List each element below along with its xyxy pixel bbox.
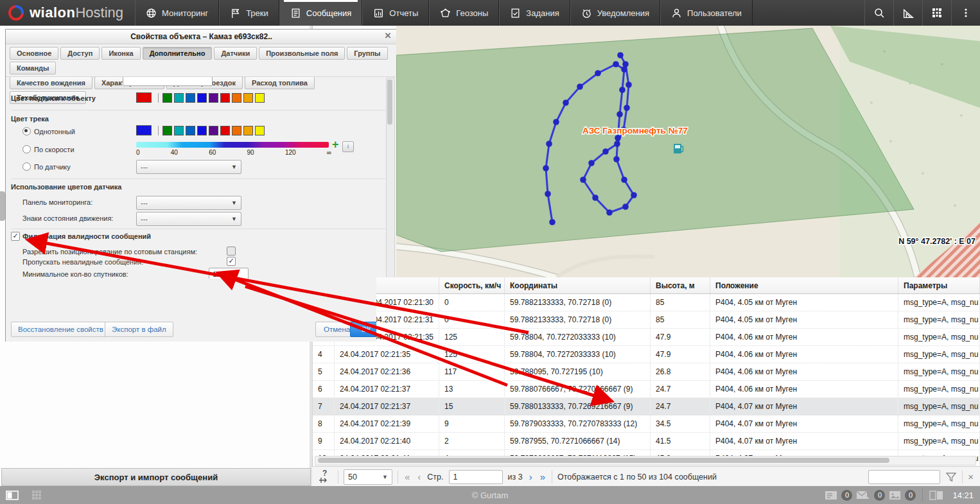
color-swatch[interactable] [209, 126, 218, 135]
panel-collapse-handle[interactable] [0, 191, 5, 221]
color-swatch[interactable] [255, 126, 265, 135]
sensor-select[interactable]: ---▼ [136, 160, 241, 174]
dialog-tab[interactable]: Основное [10, 47, 58, 60]
close-icon[interactable]: ✕ [383, 31, 393, 41]
color-swatch[interactable] [232, 93, 241, 103]
photo-icon[interactable] [889, 491, 901, 500]
dialog-tab[interactable]: Произвольные поля [259, 47, 345, 60]
export-to-file-button[interactable]: Экспорт в файл [105, 322, 173, 337]
bottom-apps-button[interactable] [24, 486, 49, 504]
table-row[interactable]: 6 24.04.2017 02:21:37 13 59.7880766667, … [313, 381, 980, 398]
color-swatch[interactable] [220, 126, 230, 135]
monitoring-panel-select[interactable]: ---▼ [136, 196, 241, 210]
table-row[interactable]: 9 24.04.2017 02:21:40 2 59.787955, 70.72… [313, 433, 980, 450]
col-header-pos[interactable]: Положение [710, 277, 898, 293]
dialog-scrollbar[interactable] [386, 78, 395, 278]
dialog-tab[interactable]: Датчики [214, 47, 257, 60]
add-gradient-stop-button[interactable]: + [332, 140, 339, 149]
nav-tab-notifications[interactable]: Уведомления [570, 0, 660, 26]
nav-tab-reports[interactable]: Отчеты [362, 0, 429, 26]
table-row[interactable]: 2 24.04.2017 02:21:31 0 59.7882133333, 7… [313, 311, 980, 329]
nav-tab-jobs[interactable]: Задания [499, 0, 570, 26]
table-row[interactable]: 1 24.04.2017 02:21:30 0 59.7882133333, 7… [313, 294, 980, 311]
next-page-button[interactable]: › [528, 471, 534, 482]
color-swatch[interactable] [174, 126, 184, 135]
map-view[interactable]: АЗС Газпромнефть №77 N 59° 47.2782' : E … [396, 26, 980, 277]
current-track-color-swatch[interactable] [136, 125, 152, 135]
search-icon [873, 7, 885, 19]
clear-filter-button[interactable]: × [968, 471, 974, 482]
radio-track-mono[interactable] [22, 127, 31, 135]
filter-input[interactable] [868, 470, 940, 484]
col-header-alt[interactable]: Высота, м [651, 277, 710, 293]
speed-gradient-bar[interactable] [136, 142, 329, 148]
dialog-tab[interactable]: Дополнительно [143, 47, 213, 60]
nav-tab-users[interactable]: Пользователи [660, 0, 753, 26]
color-swatch[interactable] [174, 93, 184, 103]
color-swatch[interactable] [186, 126, 195, 135]
scrollbar-thumb[interactable] [318, 458, 889, 463]
table-horizontal-scrollbar[interactable] [315, 456, 976, 465]
radio-track-by-sensor[interactable] [22, 162, 31, 171]
dialog-tab[interactable]: Команды [10, 62, 56, 74]
col-header-speed[interactable]: Скорость, км/ч [439, 277, 505, 293]
poi-label: АЗС Газпромнефть №77 [582, 126, 688, 135]
color-swatch[interactable] [209, 93, 218, 103]
skip-invalid-checkbox[interactable]: ✓ [227, 257, 236, 266]
bottom-panel-icon[interactable] [929, 491, 943, 500]
color-swatch[interactable] [162, 126, 172, 135]
dialog-title-bar[interactable]: Свойства объекта – Камаз е693ск82.. ✕ [6, 30, 397, 44]
dialog-tab[interactable]: Доступ [60, 47, 100, 60]
color-swatch[interactable] [162, 93, 172, 103]
color-swatch[interactable] [197, 93, 207, 103]
table-row[interactable]: 5 24.04.2017 02:21:36 117 59.788095, 70.… [313, 363, 980, 381]
motion-signs-select[interactable]: ---▼ [136, 212, 241, 226]
allow-lbs-checkbox[interactable] [227, 247, 236, 256]
nav-tab-messages[interactable]: Сообщения [279, 0, 363, 26]
last-page-button[interactable]: » [539, 471, 547, 482]
dialog-tab[interactable]: Иконка [101, 47, 140, 60]
page-number-input[interactable]: 1 [449, 470, 503, 484]
clipped-input[interactable] [123, 76, 213, 86]
cell-alt: 47.9 [651, 329, 710, 345]
col-header-coords[interactable]: Координаты [505, 277, 651, 293]
gradient-settings-button[interactable]: i [342, 141, 354, 152]
export-import-panel-toggle[interactable]: Экспорт и импорт сообщений [1, 468, 311, 486]
dialog-tab[interactable]: Группы [347, 47, 387, 60]
table-row[interactable]: 4 24.04.2017 02:21:35 125 59.78804, 70.7… [313, 346, 980, 363]
color-swatch[interactable] [243, 93, 253, 103]
color-swatch[interactable] [243, 126, 253, 135]
current-label-color-swatch[interactable] [136, 92, 152, 103]
driver-list-icon[interactable] [825, 491, 837, 500]
scrollbar-thumb[interactable] [387, 80, 392, 125]
col-header-params[interactable]: Параметры [898, 277, 980, 293]
filter-funnel-icon[interactable] [945, 471, 957, 483]
min-sats-input[interactable]: 11 [209, 268, 249, 279]
page-size-select[interactable]: 50▼ [344, 469, 392, 485]
color-swatch[interactable] [220, 93, 230, 103]
table-row[interactable]: 8 24.04.2017 02:21:39 9 59.7879033333, 7… [313, 415, 980, 433]
first-page-button[interactable]: « [403, 471, 411, 482]
validity-filter-checkbox[interactable]: ✓ [11, 232, 20, 241]
restore-properties-button[interactable]: Восстановление свойств [11, 322, 110, 337]
table-row[interactable]: 3 24.04.2017 02:21:35 125 59.78804, 70.7… [313, 329, 980, 346]
mail-icon[interactable] [856, 491, 870, 500]
nav-tab-tracks[interactable]: Треки [219, 0, 279, 26]
radio-track-by-speed[interactable] [22, 145, 31, 153]
cell-coords: 59.7879033333, 70.7270783333 (12) [505, 415, 651, 432]
search-button[interactable] [864, 0, 893, 26]
more-menu-button[interactable] [951, 0, 980, 26]
nav-tab-monitoring[interactable]: Мониторинг [135, 0, 219, 26]
nav-tab-geofences[interactable]: Геозоны [429, 0, 499, 26]
apps-button[interactable] [922, 0, 951, 26]
prev-page-button[interactable]: ‹ [416, 471, 422, 482]
color-swatch[interactable] [186, 93, 195, 103]
color-swatch[interactable] [197, 126, 207, 135]
color-swatch[interactable] [255, 93, 265, 103]
table-row[interactable]: 7 24.04.2017 02:21:37 15 59.7880133333, … [313, 398, 980, 415]
measure-button[interactable] [893, 0, 922, 26]
toggle-left-panel-button[interactable] [0, 486, 24, 504]
autoscroll-button[interactable]: ? [319, 470, 333, 484]
color-swatch[interactable] [232, 126, 241, 135]
report-icon [373, 8, 384, 19]
